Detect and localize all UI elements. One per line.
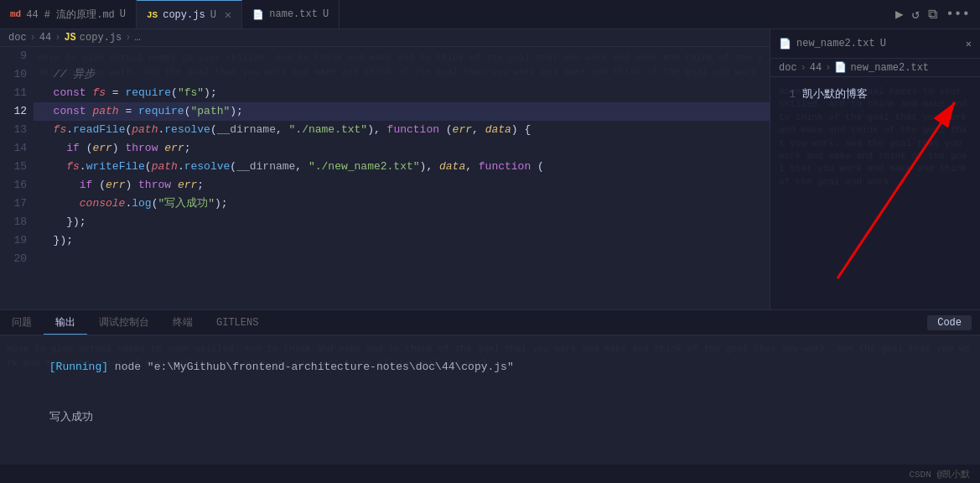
breadcrumb-sep1: › xyxy=(30,32,36,44)
breadcrumb-doc: doc xyxy=(8,32,27,44)
line-numbers: 9 10 11 12 13 14 15 16 17 18 19 20 xyxy=(0,47,34,309)
right-panel-file-icon: 📄 xyxy=(779,38,791,50)
terminal-running-tag: [Running] xyxy=(49,361,108,373)
breadcrumb-more: › xyxy=(125,32,131,44)
code-editor[interactable]: move to give actual names to your skille… xyxy=(0,47,770,309)
tab-md-lang-badge: md xyxy=(10,9,21,19)
breadcrumb: doc › 44 › JS copy.js › … xyxy=(0,29,770,47)
breadcrumb-num: 44 xyxy=(39,32,51,44)
tab-bar: md 44 # 流的原理.md U JS copy.js U ✕ 📄 name.… xyxy=(0,0,980,29)
tab-txt-icon: 📄 xyxy=(252,9,264,20)
terminal-running-line: [Running] node "e:\MyGithub\frontend-arc… xyxy=(10,342,970,392)
status-credit: CSDN @凯小默 xyxy=(909,468,970,480)
right-bc-num: 44 xyxy=(810,62,822,74)
code-line-18: }); xyxy=(34,213,770,231)
right-line-1: 1 凯小默的博客 xyxy=(779,86,972,104)
code-line-11: const fs = require("fs"); xyxy=(34,84,770,102)
breadcrumb-file: copy.js xyxy=(80,32,122,44)
code-line-17: console.log("写入成功"); xyxy=(34,195,770,213)
code-line-13: fs.readFile(path.resolve(__dirname, "./n… xyxy=(34,121,770,139)
right-bc-file-icon: 📄 xyxy=(834,61,847,74)
code-line-16: if (err) throw err; xyxy=(34,176,770,195)
arrow-overlay xyxy=(770,77,980,295)
status-bar: CSDN @凯小默 xyxy=(0,465,980,483)
line-num-19: 19 xyxy=(7,231,27,250)
tab-js[interactable]: JS copy.js U ✕ xyxy=(137,0,242,29)
line-num-11: 11 xyxy=(7,84,27,102)
panel-tab-gitlens[interactable]: GITLENS xyxy=(205,310,270,335)
panel-tab-terminal[interactable]: 终端 xyxy=(161,310,205,335)
code-line-10: // 异步 xyxy=(34,65,770,84)
editor-panel: doc › 44 › JS copy.js › … move to give a… xyxy=(0,29,770,309)
line-num-14: 14 xyxy=(7,139,27,158)
tab-txt-label: name.txt xyxy=(269,8,318,20)
right-panel-close-button[interactable]: ✕ xyxy=(966,38,972,50)
code-content: // 异步 const fs = require("fs"); const pa… xyxy=(34,47,770,309)
terminal-output-text: 写入成功 xyxy=(49,411,93,423)
code-line-14: if (err) throw err; xyxy=(34,139,770,158)
terminal-done-line: [Done] exited with code=0 in 0.131 secon… xyxy=(10,460,970,465)
right-panel-header: 📄 new_name2.txt U ✕ xyxy=(770,29,980,59)
history-icon[interactable]: ↺ xyxy=(912,6,920,23)
right-watermark: move to give actual names to your skille… xyxy=(770,77,980,309)
more-icon[interactable]: ••• xyxy=(946,7,970,22)
terminal-blank-line xyxy=(10,443,970,460)
right-line-num: 1 xyxy=(779,86,796,104)
code-line-19: }); xyxy=(34,231,770,250)
right-bc-sep2: › xyxy=(825,62,831,74)
terminal-content: move to give actual names to your skille… xyxy=(0,335,980,465)
tab-md-label: 44 # 流的原理.md xyxy=(26,8,115,22)
panel-code-button[interactable]: Code xyxy=(927,315,972,330)
tab-js-close-button[interactable]: ✕ xyxy=(225,8,231,22)
line-num-13: 13 xyxy=(7,121,27,139)
code-line-12: const path = require("path"); xyxy=(34,102,770,121)
tab-txt[interactable]: 📄 name.txt U xyxy=(242,0,340,29)
line-num-9: 9 xyxy=(7,47,27,65)
right-panel-modified: U xyxy=(880,38,886,49)
line-num-16: 16 xyxy=(7,176,27,195)
toolbar-icons: ▶ ↺ ⧉ ••• xyxy=(885,6,980,23)
line-num-10: 10 xyxy=(7,65,27,84)
tab-md[interactable]: md 44 # 流的原理.md U xyxy=(0,0,137,29)
run-icon[interactable]: ▶ xyxy=(895,6,904,23)
right-panel: 📄 new_name2.txt U ✕ doc › 44 › 📄 new_nam… xyxy=(770,29,980,309)
right-bc-filename: new_name2.txt xyxy=(850,62,929,74)
bottom-panel: 问题 输出 调试控制台 终端 GITLENS Code move to give… xyxy=(0,309,980,465)
terminal-output-line: 写入成功 xyxy=(10,392,970,443)
red-arrow-line xyxy=(837,102,955,278)
line-num-20: 20 xyxy=(7,250,27,268)
panel-tabs: 问题 输出 调试控制台 终端 GITLENS Code xyxy=(0,310,980,335)
right-line-content: 凯小默的博客 xyxy=(802,86,868,104)
line-num-15: 15 xyxy=(7,158,27,176)
line-num-18: 18 xyxy=(7,213,27,231)
tab-md-modified: U xyxy=(120,8,126,20)
code-line-15: fs.writeFile(path.resolve(__dirname, "./… xyxy=(34,158,770,176)
main-area: doc › 44 › JS copy.js › … move to give a… xyxy=(0,29,980,309)
panel-tab-output[interactable]: 输出 xyxy=(44,310,87,335)
tab-txt-modified: U xyxy=(323,8,329,20)
code-line-20 xyxy=(34,250,770,268)
tab-js-lang-badge: JS xyxy=(147,10,158,20)
right-bc-sep1: › xyxy=(801,62,806,74)
tab-js-label: copy.js xyxy=(163,9,205,21)
line-num-17: 17 xyxy=(7,195,27,213)
right-panel-breadcrumb: doc › 44 › 📄 new_name2.txt xyxy=(770,59,980,77)
line-num-12: 12 xyxy=(7,102,27,121)
code-line-9 xyxy=(34,47,770,65)
right-panel-filename[interactable]: new_name2.txt xyxy=(796,38,875,49)
breadcrumb-sep2: › xyxy=(54,32,60,44)
breadcrumb-lang: JS xyxy=(64,32,75,44)
breadcrumb-ellipsis: … xyxy=(134,32,140,44)
tab-js-modified: U xyxy=(210,9,216,21)
panel-tab-problems[interactable]: 问题 xyxy=(0,310,44,335)
split-icon[interactable]: ⧉ xyxy=(928,7,937,23)
panel-tab-debug[interactable]: 调试控制台 xyxy=(87,310,161,335)
right-bc-doc: doc xyxy=(779,62,797,74)
terminal-running-cmd: node "e:\MyGithub\frontend-architecture-… xyxy=(108,361,514,373)
right-panel-content: move to give actual names to your skille… xyxy=(770,77,980,309)
